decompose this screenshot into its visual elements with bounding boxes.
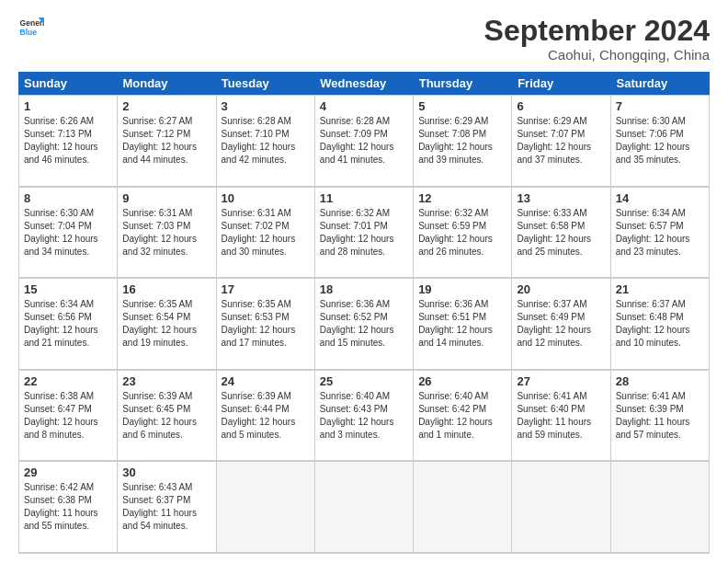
calendar-cell <box>217 462 315 553</box>
day-info: Sunrise: 6:36 AM Sunset: 6:51 PM Dayligh… <box>418 298 506 350</box>
day-info: Sunrise: 6:40 AM Sunset: 6:42 PM Dayligh… <box>418 390 506 442</box>
day-number: 26 <box>418 374 506 388</box>
calendar-cell: 11Sunrise: 6:32 AM Sunset: 7:01 PM Dayli… <box>315 188 414 279</box>
day-number: 12 <box>418 191 506 205</box>
calendar: Sunday Monday Tuesday Wednesday Thursday… <box>18 72 710 554</box>
calendar-cell: 25Sunrise: 6:40 AM Sunset: 6:43 PM Dayli… <box>315 371 414 462</box>
day-info: Sunrise: 6:40 AM Sunset: 6:43 PM Dayligh… <box>320 390 408 442</box>
month-title: September 2024 <box>484 15 710 47</box>
calendar-cell: 9Sunrise: 6:31 AM Sunset: 7:03 PM Daylig… <box>118 188 216 279</box>
calendar-body: 1Sunrise: 6:26 AM Sunset: 7:13 PM Daylig… <box>18 95 710 554</box>
calendar-cell: 30Sunrise: 6:43 AM Sunset: 6:37 PM Dayli… <box>118 462 216 553</box>
day-number: 22 <box>24 374 112 388</box>
day-number: 2 <box>122 99 210 113</box>
header-thursday: Thursday <box>414 72 512 95</box>
title-block: September 2024 Caohui, Chongqing, China <box>484 15 710 63</box>
day-info: Sunrise: 6:37 AM Sunset: 6:49 PM Dayligh… <box>517 298 605 350</box>
calendar-week-2: 8Sunrise: 6:30 AM Sunset: 7:04 PM Daylig… <box>18 187 710 279</box>
svg-text:Blue: Blue <box>20 28 38 37</box>
day-info: Sunrise: 6:38 AM Sunset: 6:47 PM Dayligh… <box>24 390 112 442</box>
calendar-cell: 20Sunrise: 6:37 AM Sunset: 6:49 PM Dayli… <box>512 279 610 370</box>
svg-text:General: General <box>20 18 44 28</box>
day-info: Sunrise: 6:32 AM Sunset: 7:01 PM Dayligh… <box>320 207 408 259</box>
day-info: Sunrise: 6:37 AM Sunset: 6:48 PM Dayligh… <box>616 298 704 350</box>
day-info: Sunrise: 6:42 AM Sunset: 6:38 PM Dayligh… <box>24 481 112 533</box>
calendar-cell: 18Sunrise: 6:36 AM Sunset: 6:52 PM Dayli… <box>315 279 414 370</box>
day-info: Sunrise: 6:26 AM Sunset: 7:13 PM Dayligh… <box>24 115 112 167</box>
header-tuesday: Tuesday <box>216 72 314 95</box>
location: Caohui, Chongqing, China <box>484 47 710 63</box>
calendar-cell: 21Sunrise: 6:37 AM Sunset: 6:48 PM Dayli… <box>611 279 710 370</box>
calendar-cell: 5Sunrise: 6:29 AM Sunset: 7:08 PM Daylig… <box>414 96 512 187</box>
header-friday: Friday <box>512 72 610 95</box>
calendar-cell: 26Sunrise: 6:40 AM Sunset: 6:42 PM Dayli… <box>414 371 512 462</box>
day-info: Sunrise: 6:32 AM Sunset: 6:59 PM Dayligh… <box>418 207 506 259</box>
header-monday: Monday <box>117 72 215 95</box>
day-number: 1 <box>24 99 112 113</box>
day-number: 17 <box>222 282 310 296</box>
logo: General Blue General Blue <box>18 15 44 40</box>
day-number: 6 <box>517 99 605 113</box>
day-info: Sunrise: 6:33 AM Sunset: 6:58 PM Dayligh… <box>517 207 605 259</box>
day-info: Sunrise: 6:34 AM Sunset: 6:56 PM Dayligh… <box>24 298 112 350</box>
calendar-cell <box>414 462 512 553</box>
calendar-cell: 28Sunrise: 6:41 AM Sunset: 6:39 PM Dayli… <box>611 371 710 462</box>
header: General Blue General Blue September 2024… <box>18 15 710 63</box>
calendar-cell: 13Sunrise: 6:33 AM Sunset: 6:58 PM Dayli… <box>512 188 610 279</box>
calendar-cell: 17Sunrise: 6:35 AM Sunset: 6:53 PM Dayli… <box>217 279 315 370</box>
day-info: Sunrise: 6:41 AM Sunset: 6:40 PM Dayligh… <box>517 390 605 442</box>
day-info: Sunrise: 6:29 AM Sunset: 7:08 PM Dayligh… <box>418 115 506 167</box>
calendar-cell: 8Sunrise: 6:30 AM Sunset: 7:04 PM Daylig… <box>19 188 118 279</box>
calendar-cell: 4Sunrise: 6:28 AM Sunset: 7:09 PM Daylig… <box>315 96 414 187</box>
day-info: Sunrise: 6:34 AM Sunset: 6:57 PM Dayligh… <box>616 207 704 259</box>
calendar-cell: 1Sunrise: 6:26 AM Sunset: 7:13 PM Daylig… <box>19 96 118 187</box>
day-info: Sunrise: 6:29 AM Sunset: 7:07 PM Dayligh… <box>517 115 605 167</box>
day-info: Sunrise: 6:36 AM Sunset: 6:52 PM Dayligh… <box>320 298 408 350</box>
day-number: 28 <box>616 374 704 388</box>
day-info: Sunrise: 6:41 AM Sunset: 6:39 PM Dayligh… <box>616 390 704 442</box>
calendar-cell: 6Sunrise: 6:29 AM Sunset: 7:07 PM Daylig… <box>512 96 610 187</box>
day-number: 10 <box>222 191 310 205</box>
calendar-cell: 16Sunrise: 6:35 AM Sunset: 6:54 PM Dayli… <box>118 279 216 370</box>
calendar-cell <box>315 462 414 553</box>
day-number: 19 <box>418 282 506 296</box>
header-saturday: Saturday <box>611 72 710 95</box>
day-number: 30 <box>122 465 210 479</box>
day-number: 29 <box>24 465 112 479</box>
day-info: Sunrise: 6:28 AM Sunset: 7:09 PM Dayligh… <box>320 115 408 167</box>
calendar-cell: 7Sunrise: 6:30 AM Sunset: 7:06 PM Daylig… <box>611 96 710 187</box>
day-number: 25 <box>320 374 408 388</box>
calendar-cell: 19Sunrise: 6:36 AM Sunset: 6:51 PM Dayli… <box>414 279 512 370</box>
day-number: 5 <box>418 99 506 113</box>
calendar-cell: 2Sunrise: 6:27 AM Sunset: 7:12 PM Daylig… <box>118 96 216 187</box>
calendar-week-4: 22Sunrise: 6:38 AM Sunset: 6:47 PM Dayli… <box>18 370 710 462</box>
calendar-cell: 27Sunrise: 6:41 AM Sunset: 6:40 PM Dayli… <box>512 371 610 462</box>
day-number: 8 <box>24 191 112 205</box>
day-number: 21 <box>616 282 704 296</box>
day-number: 20 <box>517 282 605 296</box>
calendar-header: Sunday Monday Tuesday Wednesday Thursday… <box>18 72 710 95</box>
calendar-cell <box>611 462 710 553</box>
day-number: 9 <box>122 191 210 205</box>
calendar-week-1: 1Sunrise: 6:26 AM Sunset: 7:13 PM Daylig… <box>18 95 710 187</box>
calendar-week-3: 15Sunrise: 6:34 AM Sunset: 6:56 PM Dayli… <box>18 278 710 370</box>
day-number: 24 <box>222 374 310 388</box>
day-number: 14 <box>616 191 704 205</box>
day-info: Sunrise: 6:31 AM Sunset: 7:03 PM Dayligh… <box>122 207 210 259</box>
day-info: Sunrise: 6:28 AM Sunset: 7:10 PM Dayligh… <box>222 115 310 167</box>
day-info: Sunrise: 6:43 AM Sunset: 6:37 PM Dayligh… <box>122 481 210 533</box>
day-number: 13 <box>517 191 605 205</box>
day-number: 11 <box>320 191 408 205</box>
calendar-cell: 10Sunrise: 6:31 AM Sunset: 7:02 PM Dayli… <box>217 188 315 279</box>
calendar-cell: 24Sunrise: 6:39 AM Sunset: 6:44 PM Dayli… <box>217 371 315 462</box>
day-info: Sunrise: 6:30 AM Sunset: 7:04 PM Dayligh… <box>24 207 112 259</box>
day-number: 7 <box>616 99 704 113</box>
day-number: 15 <box>24 282 112 296</box>
calendar-cell: 3Sunrise: 6:28 AM Sunset: 7:10 PM Daylig… <box>217 96 315 187</box>
calendar-week-5: 29Sunrise: 6:42 AM Sunset: 6:38 PM Dayli… <box>18 461 710 554</box>
day-number: 3 <box>222 99 310 113</box>
day-number: 4 <box>320 99 408 113</box>
calendar-cell: 22Sunrise: 6:38 AM Sunset: 6:47 PM Dayli… <box>19 371 118 462</box>
day-info: Sunrise: 6:39 AM Sunset: 6:45 PM Dayligh… <box>122 390 210 442</box>
logo-icon: General Blue <box>18 15 44 40</box>
